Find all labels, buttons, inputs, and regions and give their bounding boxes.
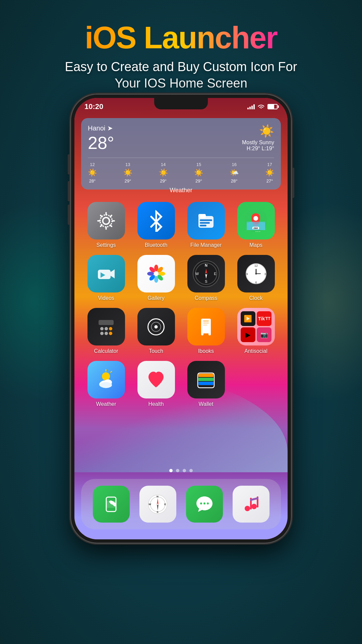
svg-text:W: W — [148, 503, 151, 506]
forecast-day-15: 15 ☀️ 29° — [194, 162, 203, 183]
svg-rect-6 — [200, 225, 206, 226]
app-calculator[interactable]: Calculator — [84, 308, 128, 354]
svg-rect-48 — [203, 321, 209, 321]
health-label: Health — [148, 401, 164, 407]
gallery-label: Gallery — [147, 295, 165, 301]
svg-text:S: S — [157, 511, 159, 514]
phone-frame: 10:20 — [70, 94, 292, 543]
svg-rect-4 — [200, 219, 212, 221]
svg-rect-61 — [198, 382, 214, 385]
compass-icon: N S W E — [187, 255, 225, 292]
calculator-icon — [87, 308, 125, 345]
weather-condition: Mostly SunnyH:29° L:19° — [242, 140, 274, 152]
app-row-1: Settings Bluetooth — [81, 202, 281, 248]
svg-rect-3 — [198, 214, 206, 218]
svg-point-73 — [203, 502, 205, 504]
antisocial-icon: ▶️ TikTok TT ▶ 📷 — [237, 308, 275, 345]
app-wallet[interactable]: Wallet — [184, 361, 228, 407]
widget-label: Weather — [74, 187, 288, 194]
svg-point-24 — [154, 271, 159, 276]
app-clock[interactable]: 12 3 6 9 Clock — [234, 255, 278, 301]
app-antisocial[interactable]: ▶️ TikTok TT ▶ 📷 Antisocial — [234, 308, 278, 354]
page-dot-1 — [169, 469, 173, 472]
svg-point-39 — [100, 327, 104, 330]
app-row-2: Videos — [81, 255, 281, 301]
svg-rect-14 — [98, 270, 111, 279]
app-ibooks[interactable]: Ibooks — [184, 308, 228, 354]
app-compass[interactable]: N S W E Compass — [184, 255, 228, 301]
dock-safari[interactable]: N E S W — [139, 486, 176, 523]
weather-sun-icon: ☀️ — [242, 124, 274, 138]
svg-point-74 — [207, 502, 209, 504]
weather-top: Hanoi ➤ 28° ☀️ Mostly SunnyH:29° L:19° — [88, 124, 274, 153]
svg-rect-38 — [99, 320, 114, 325]
antisocial-label: Antisocial — [244, 348, 267, 354]
app-gallery[interactable]: Gallery — [134, 255, 178, 301]
svg-point-43 — [105, 332, 108, 335]
maps-label: Maps — [249, 242, 262, 248]
svg-text:280: 280 — [253, 227, 258, 230]
svg-rect-60 — [198, 378, 214, 381]
svg-text:W: W — [195, 272, 199, 276]
wifi-icon — [257, 104, 265, 109]
bluetooth-label: Bluetooth — [145, 242, 168, 248]
videos-icon — [87, 255, 125, 292]
status-time: 10:20 — [84, 102, 103, 111]
svg-rect-50 — [203, 325, 207, 325]
health-icon — [137, 361, 175, 398]
wallet-label: Wallet — [199, 401, 214, 407]
bluetooth-icon — [137, 202, 175, 239]
app-grid: Settings Bluetooth — [74, 202, 288, 414]
title-section: iOS Launcher Easy to Create and Buy Cust… — [0, 0, 362, 102]
svg-text:6: 6 — [255, 281, 257, 284]
forecast-day-12: 12 ☀️ 28° — [88, 162, 97, 183]
calculator-label: Calculator — [94, 348, 118, 354]
svg-rect-49 — [203, 323, 209, 323]
app-videos[interactable]: Videos — [84, 255, 128, 301]
dock-phone[interactable] — [93, 486, 130, 523]
file-manager-icon — [187, 202, 225, 239]
svg-point-76 — [251, 504, 257, 509]
app-weather[interactable]: Weather — [84, 361, 128, 407]
weather-widget[interactable]: Hanoi ➤ 28° ☀️ Mostly SunnyH:29° L:19° 1… — [81, 118, 281, 190]
page-dot-2 — [176, 469, 179, 472]
gallery-icon — [137, 255, 175, 292]
dock-messages[interactable] — [186, 486, 223, 523]
phone-container: 10:20 — [70, 94, 292, 543]
touch-label: Touch — [149, 348, 163, 354]
svg-text:TikTok: TikTok — [258, 316, 265, 321]
weather-city: Hanoi ➤ — [88, 124, 114, 132]
svg-rect-5 — [200, 222, 210, 224]
status-icons — [247, 104, 278, 109]
page-dot-4 — [189, 469, 193, 472]
app-settings[interactable]: Settings — [84, 202, 128, 248]
settings-icon — [87, 202, 125, 239]
clock-label: Clock — [249, 295, 262, 301]
svg-text:9: 9 — [246, 272, 248, 276]
svg-point-8 — [253, 216, 258, 221]
svg-point-47 — [155, 325, 158, 328]
svg-point-40 — [105, 327, 108, 330]
app-health[interactable]: Health — [134, 361, 178, 407]
maps-icon: 280 280 — [237, 202, 275, 239]
svg-point-52 — [102, 372, 110, 380]
app-row-3: Calculator Touch — [81, 308, 281, 354]
weather-forecast: 12 ☀️ 28° 13 ☀️ 29° 14 ☀️ 29° — [88, 158, 274, 183]
svg-point-37 — [255, 273, 257, 275]
svg-point-0 — [103, 217, 110, 224]
phone-screen: 10:20 — [74, 98, 288, 539]
svg-point-41 — [109, 327, 112, 330]
weather-app-icon — [87, 361, 125, 398]
forecast-day-17: 17 ☀️ 27° — [265, 162, 274, 183]
forecast-day-13: 13 ☀️ 29° — [123, 162, 132, 183]
svg-point-75 — [245, 506, 250, 511]
app-maps[interactable]: 280 280 Maps — [234, 202, 278, 248]
svg-rect-59 — [198, 374, 214, 377]
app-file-manager[interactable]: File Manager — [184, 202, 228, 248]
app-bluetooth[interactable]: Bluetooth — [134, 202, 178, 248]
wallet-icon — [187, 361, 225, 398]
svg-text:E: E — [214, 272, 216, 276]
page-indicators — [74, 469, 288, 472]
app-touch[interactable]: Touch — [134, 308, 178, 354]
dock-music[interactable] — [233, 486, 269, 523]
